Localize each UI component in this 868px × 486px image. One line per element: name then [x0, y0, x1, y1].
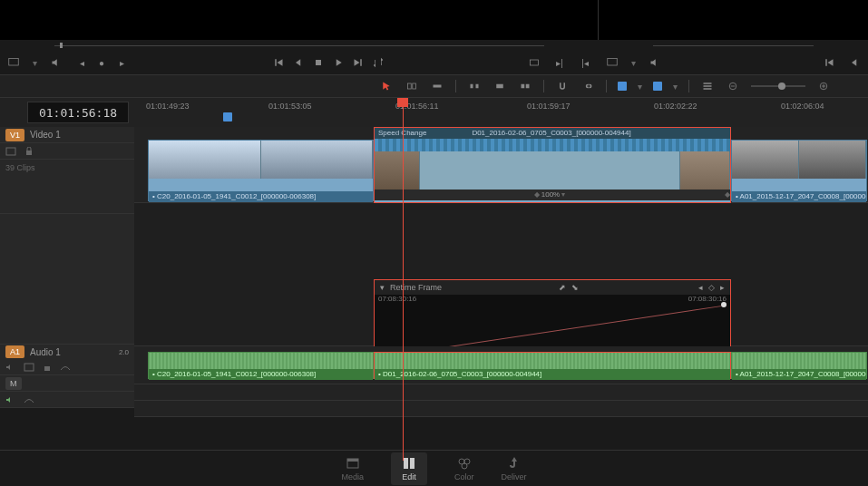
speed-direction-bar [375, 139, 730, 151]
match-frame-icon[interactable] [528, 56, 541, 69]
trim-tool-icon[interactable] [405, 80, 419, 92]
next-edit-icon[interactable]: |◂ [579, 56, 591, 69]
m-lane[interactable] [134, 384, 868, 401]
speed-percentage[interactable]: 100% [541, 190, 560, 199]
v1-header[interactable]: V1 Video 1 [0, 127, 134, 143]
svg-rect-27 [410, 458, 414, 469]
nav-deliver[interactable]: Deliver [502, 456, 527, 481]
timeline-options-icon[interactable] [700, 80, 715, 92]
master-curve-icon[interactable] [24, 395, 34, 404]
insert-icon[interactable] [467, 80, 482, 92]
v1-badge[interactable]: V1 [5, 129, 24, 141]
mark-out-icon[interactable]: ▸ [115, 56, 128, 69]
retime-tool-2-icon[interactable]: ⬊ [571, 283, 579, 292]
video-clip-c20[interactable]: • C20_2016-01-05_1941_C0012_[000000-0063… [148, 140, 374, 201]
replace-icon[interactable] [518, 80, 532, 92]
source-scrub-handle[interactable] [60, 43, 63, 48]
play-icon[interactable] [332, 56, 345, 69]
a1-lane[interactable]: • C20_2016-01-05_1941_C0012_[000000-0063… [134, 346, 868, 384]
timeline-scrub-bar[interactable] [653, 44, 814, 47]
m-badge[interactable]: M [5, 377, 22, 390]
overwrite-icon[interactable] [493, 80, 507, 92]
retime-kf-icon[interactable]: ◇ [708, 283, 715, 292]
v1-lane[interactable]: • C20_2016-01-05_1941_C0012_[000000-0063… [134, 127, 868, 203]
page-nav: Media Edit Color Deliver [0, 450, 868, 486]
lock-icon[interactable] [42, 363, 53, 372]
solo-icon[interactable] [24, 363, 34, 372]
playback-group [272, 56, 385, 69]
m-header[interactable]: M [0, 375, 134, 392]
video-clip-a01[interactable]: • A01_2015-12-17_2047_C0008_[000000-0055 [731, 140, 867, 201]
link-icon[interactable] [580, 80, 595, 92]
mark-clip-icon[interactable]: ● [95, 56, 108, 69]
timeline-flag-marker[interactable] [223, 112, 232, 122]
timeline-view-icon[interactable] [606, 56, 619, 69]
v1-name: Video 1 [30, 130, 61, 140]
retime-title: Retime Frame [390, 283, 442, 292]
svg-rect-6 [434, 85, 442, 88]
svg-rect-12 [704, 83, 712, 84]
retime-next-kf-icon[interactable]: ▸ [720, 283, 725, 292]
retime-dropdown-icon[interactable]: ▾ [380, 283, 385, 292]
retime-prev-kf-icon[interactable]: ◂ [698, 283, 703, 292]
svg-rect-3 [608, 59, 618, 66]
nav-color[interactable]: Color [454, 456, 474, 481]
lock-icon[interactable] [24, 147, 34, 156]
snap-icon[interactable] [555, 80, 570, 92]
retime-tool-1-icon[interactable]: ⬈ [559, 283, 566, 292]
fx-lane[interactable] [134, 401, 868, 417]
blade-tool-icon[interactable] [430, 80, 444, 92]
stop-icon[interactable] [312, 56, 325, 69]
mute-icon[interactable] [5, 363, 16, 372]
clip-label: • C20_2016-01-05_1941_C0012_[000000-0063… [149, 191, 373, 202]
master-timecode[interactable]: 01:01:56:18 [27, 102, 129, 123]
volume-icon[interactable] [50, 56, 63, 69]
audio-clip-c20[interactable]: • C20_2016-01-05_1941_C0012_[000000-0063… [148, 352, 374, 379]
nav-media[interactable]: Media [341, 456, 364, 481]
source-viewer-canvas[interactable] [73, 0, 590, 40]
loop-icon[interactable] [372, 56, 385, 69]
zoom-out-icon[interactable] [726, 80, 740, 92]
v1-controls [0, 143, 134, 160]
audio-clip-d01[interactable]: • D01_2016-02-06_0705_C0003_[000000-0049… [374, 352, 731, 379]
a1-header[interactable]: A1 Audio 1 2.0 [0, 345, 134, 359]
retime-time-tr: 07:08:30:16 [688, 295, 727, 303]
a1-controls [0, 359, 134, 375]
timeline-volume-icon[interactable] [649, 56, 661, 69]
svg-rect-5 [413, 83, 416, 89]
a1-badge[interactable]: A1 [5, 345, 24, 358]
prev-edit-icon[interactable]: ▸| [553, 56, 566, 69]
nav-edit[interactable]: Edit [391, 452, 427, 485]
timeline-prev-icon[interactable] [848, 56, 861, 69]
flag-color-icon[interactable] [618, 82, 627, 91]
curve-icon[interactable] [60, 363, 71, 372]
source-scrub-bar[interactable] [54, 44, 544, 47]
timeline-first-icon[interactable] [823, 56, 835, 69]
ruler-tick-label: 01:01:59:17 [527, 102, 571, 111]
zoom-slider[interactable] [751, 85, 805, 87]
auto-select-icon[interactable] [5, 147, 16, 156]
prev-frame-icon[interactable] [292, 56, 305, 69]
svg-rect-23 [44, 366, 50, 371]
playhead-line[interactable] [403, 98, 404, 461]
audio-clip-a01[interactable]: • A01_2015-12-17_2047_C0008_[000000-0055 [731, 352, 867, 379]
audio-clip-label: • D01_2016-02-06_0705_C0003_[000000-0049… [375, 369, 730, 380]
mark-in-icon[interactable]: ◂ [75, 56, 88, 69]
master-mute-icon[interactable] [5, 395, 16, 404]
selection-tool-icon[interactable] [379, 80, 394, 92]
timeline-ruler[interactable]: 01:01:49:23 01:01:53:05 01:01:56:11 01:0… [132, 98, 868, 127]
marker-color-icon[interactable] [653, 82, 662, 91]
svg-rect-22 [24, 364, 34, 371]
last-frame-icon[interactable] [352, 56, 365, 69]
svg-rect-13 [704, 85, 712, 87]
first-frame-icon[interactable] [272, 56, 285, 69]
svg-rect-14 [704, 88, 712, 90]
retime-keyframe[interactable] [721, 302, 727, 307]
a1-volume: 2.0 [119, 348, 129, 356]
view-mode-icon[interactable] [7, 56, 20, 69]
zoom-handle[interactable] [778, 83, 785, 90]
clip-label: • A01_2015-12-17_2047_C0008_[000000-0055 [732, 191, 866, 202]
zoom-in-icon[interactable] [816, 80, 831, 92]
a1-name: Audio 1 [30, 347, 61, 357]
video-clip-d01[interactable]: Speed Change D01_2016-02-06_0705_C0003_[… [374, 127, 731, 203]
